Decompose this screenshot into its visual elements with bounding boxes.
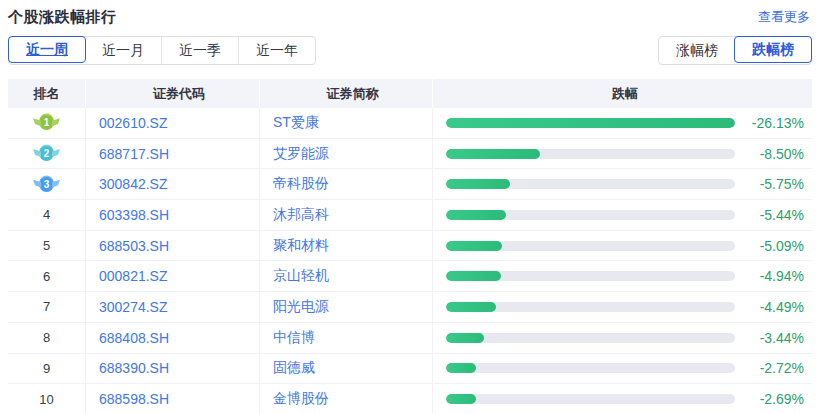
table-row: 8 688408.SH 中信博 -3.44%	[8, 323, 812, 354]
rank-cell: 3	[8, 169, 85, 199]
stock-code-link[interactable]: 300274.SZ	[99, 299, 168, 315]
rank-cell: 5	[8, 231, 85, 261]
drop-bar-fill	[446, 179, 510, 189]
name-cell: 沐邦高科	[259, 200, 432, 230]
drop-bar-track	[446, 363, 735, 373]
code-cell: 688598.SH	[85, 384, 259, 413]
tab-period-year[interactable]: 近一年	[238, 37, 315, 64]
stock-name-link[interactable]: 京山轻机	[273, 267, 329, 285]
board-tab-group: 涨幅榜 跌幅榜	[658, 36, 812, 65]
rank-cell: 2	[8, 139, 85, 169]
drop-bar-track	[446, 118, 735, 128]
code-cell: 688390.SH	[85, 354, 259, 384]
code-cell: 688503.SH	[85, 231, 259, 261]
drop-percent-value: -5.75%	[760, 176, 804, 192]
stock-name-link[interactable]: 沐邦高科	[273, 206, 329, 224]
code-cell: 688717.SH	[85, 139, 259, 169]
drop-bar-track	[446, 241, 735, 251]
stock-code-link[interactable]: 688390.SH	[99, 360, 169, 376]
drop-bar-track	[446, 149, 735, 159]
code-cell: 002610.SZ	[85, 108, 259, 138]
stock-name-link[interactable]: ST爱康	[273, 114, 319, 132]
drop-cell: -5.44%	[432, 200, 812, 230]
rank-cell: 8	[8, 323, 85, 353]
rank-number: 10	[39, 392, 53, 407]
name-cell: 中信博	[259, 323, 432, 353]
drop-bar-fill	[446, 210, 506, 220]
table-row: 3 300842.SZ 帝科股份 -5.75%	[8, 169, 812, 200]
column-header-drop: 跌幅	[432, 79, 812, 108]
drop-cell: -8.50%	[432, 139, 812, 169]
rank-cell: 9	[8, 354, 85, 384]
name-cell: 京山轻机	[259, 261, 432, 291]
drop-bar-fill	[446, 394, 476, 404]
name-cell: 聚和材料	[259, 231, 432, 261]
rank-medal-icon: 2	[39, 146, 54, 161]
stock-code-link[interactable]: 688717.SH	[99, 146, 169, 162]
tab-losers-board[interactable]: 跌幅榜	[734, 36, 812, 63]
drop-bar-fill	[446, 118, 735, 128]
stock-name-link[interactable]: 固德威	[273, 359, 315, 377]
table-row: 6 000821.SZ 京山轻机 -4.94%	[8, 261, 812, 292]
drop-percent-value: -4.94%	[760, 268, 804, 284]
rank-number: 8	[43, 330, 50, 345]
tab-period-quarter[interactable]: 近一季	[161, 37, 238, 64]
drop-bar-fill	[446, 333, 484, 343]
drop-bar-fill	[446, 241, 502, 251]
drop-bar-track	[446, 302, 735, 312]
name-cell: 阳光电源	[259, 292, 432, 322]
drop-percent-value: -2.69%	[760, 391, 804, 407]
rank-cell: 1	[8, 108, 85, 138]
table-row: 9 688390.SH 固德威 -2.72%	[8, 354, 812, 385]
drop-cell: -4.94%	[432, 261, 812, 291]
stock-name-link[interactable]: 帝科股份	[273, 175, 329, 193]
stock-code-link[interactable]: 300842.SZ	[99, 176, 168, 192]
drop-bar-fill	[446, 302, 496, 312]
stock-code-link[interactable]: 000821.SZ	[99, 268, 168, 284]
stock-name-link[interactable]: 艾罗能源	[273, 145, 329, 163]
stock-name-link[interactable]: 金博股份	[273, 390, 329, 408]
drop-percent-value: -8.50%	[760, 146, 804, 162]
tabs-bar: 近一周 近一月 近一季 近一年 涨幅榜 跌幅榜	[0, 36, 820, 65]
stock-name-link[interactable]: 阳光电源	[273, 298, 329, 316]
code-cell: 000821.SZ	[85, 261, 259, 291]
rank-cell: 7	[8, 292, 85, 322]
drop-cell: -2.72%	[432, 354, 812, 384]
stock-code-link[interactable]: 688598.SH	[99, 391, 169, 407]
drop-bar-fill	[446, 149, 540, 159]
drop-cell: -5.75%	[432, 169, 812, 199]
drop-bar-track	[446, 179, 735, 189]
stock-code-link[interactable]: 688503.SH	[99, 238, 169, 254]
table-row: 1 002610.SZ ST爱康 -26.13%	[8, 108, 812, 139]
table-header-row: 排名 证券代码 证券简称 跌幅	[8, 79, 812, 108]
tab-period-month[interactable]: 近一月	[85, 37, 161, 64]
drop-cell: -26.13%	[432, 108, 812, 138]
code-cell: 300842.SZ	[85, 169, 259, 199]
table-row: 10 688598.SH 金博股份 -2.69%	[8, 384, 812, 413]
code-cell: 688408.SH	[85, 323, 259, 353]
stock-name-link[interactable]: 中信博	[273, 329, 315, 347]
ranking-table: 排名 证券代码 证券简称 跌幅 1 002610.SZ ST爱康 -26.13%…	[8, 79, 812, 413]
tab-period-week[interactable]: 近一周	[8, 36, 86, 63]
table-row: 2 688717.SH 艾罗能源 -8.50%	[8, 139, 812, 170]
drop-cell: -5.09%	[432, 231, 812, 261]
widget-header: 个股涨跌幅排行 查看更多	[0, 0, 820, 27]
stock-code-link[interactable]: 688408.SH	[99, 330, 169, 346]
stock-code-link[interactable]: 603398.SH	[99, 207, 169, 223]
drop-bar-track	[446, 271, 735, 281]
drop-cell: -3.44%	[432, 323, 812, 353]
code-cell: 603398.SH	[85, 200, 259, 230]
rank-number: 4	[43, 207, 50, 222]
rank-number: 6	[43, 269, 50, 284]
stock-name-link[interactable]: 聚和材料	[273, 237, 329, 255]
name-cell: 帝科股份	[259, 169, 432, 199]
tab-gainers-board[interactable]: 涨幅榜	[659, 37, 735, 64]
drop-percent-value: -5.09%	[760, 238, 804, 254]
drop-percent-value: -26.13%	[752, 115, 804, 131]
rank-cell: 6	[8, 261, 85, 291]
view-more-link[interactable]: 查看更多	[758, 8, 810, 26]
drop-percent-value: -4.49%	[760, 299, 804, 315]
name-cell: 金博股份	[259, 384, 432, 413]
stock-code-link[interactable]: 002610.SZ	[99, 115, 168, 131]
name-cell: ST爱康	[259, 108, 432, 138]
